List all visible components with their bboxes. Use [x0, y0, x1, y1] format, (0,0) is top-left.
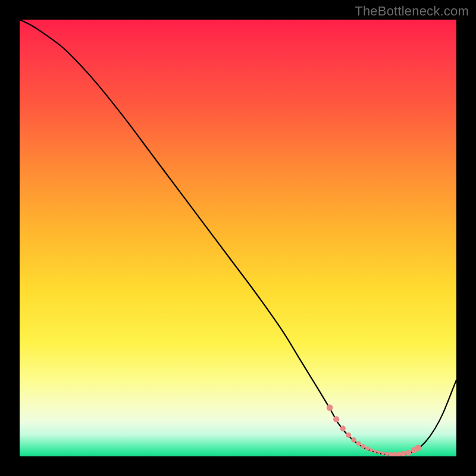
chart-frame: TheBottleneck.com	[0, 0, 476, 476]
valley-dot	[333, 416, 339, 422]
valley-dot	[377, 451, 381, 455]
valley-dot	[374, 450, 377, 453]
valley-dot	[361, 444, 365, 449]
valley-dot	[385, 452, 389, 456]
watermark-text: TheBottleneck.com	[355, 4, 469, 19]
valley-dot	[340, 425, 346, 431]
valley-dot	[415, 445, 421, 452]
valley-dot	[346, 433, 351, 438]
valley-dot	[405, 450, 411, 456]
bottleneck-curve	[20, 20, 456, 455]
valley-dots	[327, 405, 421, 456]
plot-area	[20, 20, 456, 456]
valley-dot	[400, 451, 406, 456]
curve-overlay	[20, 20, 456, 456]
valley-dot	[369, 448, 373, 452]
valley-dot	[365, 446, 369, 450]
valley-dot	[389, 452, 393, 456]
valley-dot	[381, 452, 385, 455]
valley-dot	[351, 437, 356, 442]
valley-dot	[356, 441, 361, 446]
valley-dot	[327, 405, 333, 411]
